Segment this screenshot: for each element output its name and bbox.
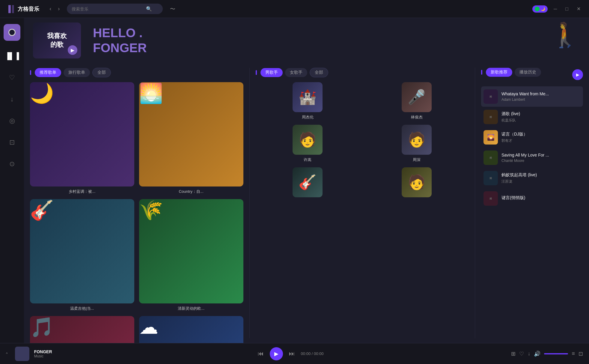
artist-item-1[interactable]: 🏰 周杰伦 xyxy=(256,82,360,120)
song-item-1[interactable]: 难 Whataya Want from Me... Adam Lambert xyxy=(481,86,583,107)
sidebar-icon-download[interactable]: ↓ xyxy=(8,93,16,106)
download-button[interactable]: ↓ xyxy=(528,351,530,357)
playlist-item-3[interactable]: 🎸 温柔吉他|当... xyxy=(30,199,134,311)
sidebar-icon-clock[interactable]: ⊙ xyxy=(7,158,17,170)
wave-icon[interactable]: 〜 xyxy=(170,5,175,13)
sidebar-icon-heart[interactable]: ♡ xyxy=(7,71,17,84)
search-input[interactable] xyxy=(72,7,144,11)
back-button[interactable]: ‹ xyxy=(47,4,54,13)
play-all-button[interactable]: ▶ xyxy=(572,69,583,80)
song-info-3: 诺言（DJ版） 郭有才 xyxy=(501,132,581,143)
playlist-thumb-1: 🌙 xyxy=(30,82,134,186)
theme-toggle[interactable]: 🌙 xyxy=(532,5,548,13)
window-controls: 🌙 ─ □ ✕ xyxy=(532,5,583,13)
artist-avatar-4: 🧑 xyxy=(402,125,432,155)
playlist-label-3: 温柔吉他|当... xyxy=(30,306,134,311)
artist-item-5[interactable]: 🎸 xyxy=(256,167,360,197)
tab-all-playlists[interactable]: 全部 xyxy=(92,68,111,77)
artist-name-1: 周杰伦 xyxy=(302,115,314,120)
song-artist-4: Chanté Moore xyxy=(501,159,581,163)
queue-button[interactable]: ≡ xyxy=(572,351,575,357)
song-artist-2: 杭盖乐队 xyxy=(501,118,581,123)
artist-item-2[interactable]: 🎤 林俊杰 xyxy=(364,82,469,120)
song-title-2: 酒歌 (live) xyxy=(501,111,581,117)
forward-button[interactable]: › xyxy=(55,4,62,13)
playlist-item-2[interactable]: 🌅 Country：自... xyxy=(139,82,243,194)
player-album-art xyxy=(15,347,29,361)
song-info-6: 谜言(悄悄版) xyxy=(501,195,581,202)
hero-banner: 我喜欢 的歌 ▶ HELLO . FONGER 🚶 xyxy=(24,18,589,63)
artist-avatar-2: 🎤 xyxy=(402,82,432,112)
playlist-item-4[interactable]: 🌾 清新灵动的欧... xyxy=(139,199,243,311)
maximize-button[interactable]: □ xyxy=(563,5,571,13)
volume-slider[interactable] xyxy=(544,353,568,354)
playlist-grid: 🌙 乡村蓝调：被... 🌅 Country：自... 🎸 xyxy=(30,82,243,343)
tab-indicator xyxy=(30,70,31,75)
tab-all-artists[interactable]: 全部 xyxy=(310,68,328,77)
song-item-5[interactable]: 难 蚂蚁筑起高塔 (live) 汪苏泷 xyxy=(481,168,583,188)
tab-history[interactable]: 播放历史 xyxy=(515,68,541,77)
tab-travel[interactable]: 旅行歌单 xyxy=(64,68,90,77)
player-expand[interactable]: ^ xyxy=(6,352,8,356)
artist-name-2: 林俊杰 xyxy=(411,115,423,120)
hero-hello: HELLO . FONGER xyxy=(87,19,580,62)
song-tab-bar: 新歌推荐 播放历史 xyxy=(481,68,541,77)
player-controls: ⏮ ▶ ⏭ 00:00 / 00:00 xyxy=(75,347,507,360)
song-thumb-2: 难 xyxy=(483,110,498,124)
playlist-tab-bar: 推荐歌单 旅行歌单 全部 xyxy=(30,68,243,77)
hero-card[interactable]: 我喜欢 的歌 ▶ xyxy=(33,22,81,58)
song-artist-5: 汪苏泷 xyxy=(501,179,581,184)
close-button[interactable]: ✕ xyxy=(574,5,583,13)
artist-item-6[interactable]: 🧑 xyxy=(364,167,469,197)
sidebar: ▐▌▐ ♡ ↓ ◎ ⊡ ⊙ xyxy=(0,18,24,343)
artist-grid: 🏰 周杰伦 🎤 林俊杰 🧑 许嵩 xyxy=(256,82,469,197)
tab-recommended[interactable]: 推荐歌单 xyxy=(35,68,61,77)
song-item-3[interactable]: 🌄 诺言（DJ版） 郭有才 xyxy=(481,127,583,148)
hero-play-button[interactable]: ▶ xyxy=(68,45,77,55)
song-item-6[interactable]: 难 谜言(悄悄版) xyxy=(481,188,583,209)
volume-button[interactable]: 🔊 xyxy=(534,351,540,357)
artist-item-3[interactable]: 🧑 许嵩 xyxy=(256,125,360,163)
player-info: FONGER Music xyxy=(34,349,70,358)
song-title-6: 谜言(悄悄版) xyxy=(501,195,581,201)
hero-hello-title: HELLO . FONGER xyxy=(93,25,574,56)
tab-new-songs[interactable]: 新歌推荐 xyxy=(486,68,512,77)
playlist-label-2: Country：自... xyxy=(139,189,243,194)
playlist-thumb-4: 🌾 xyxy=(139,199,243,303)
playlist-item-1[interactable]: 🌙 乡村蓝调：被... xyxy=(30,82,134,194)
song-thumb-6: 难 xyxy=(483,191,498,206)
song-info-1: Whataya Want from Me... Adam Lambert xyxy=(501,91,581,102)
song-thumb-5: 难 xyxy=(483,171,498,185)
tab-female-artists[interactable]: 女歌手 xyxy=(285,68,307,77)
lyrics-button[interactable]: ⊞ xyxy=(511,351,516,357)
app-logo: ▐║ 方格音乐 xyxy=(6,5,39,13)
next-button[interactable]: ⏭ xyxy=(289,350,295,357)
artist-avatar-3: 🧑 xyxy=(293,125,323,155)
logo-icon: ▐║ xyxy=(6,5,15,13)
sidebar-avatar[interactable] xyxy=(4,24,20,41)
tab-indicator-2 xyxy=(256,70,257,75)
search-icon[interactable]: 🔍 xyxy=(146,6,152,12)
tab-male-artists[interactable]: 男歌手 xyxy=(260,68,283,77)
like-button[interactable]: ♡ xyxy=(519,351,524,357)
search-bar: 🔍 xyxy=(67,4,163,14)
play-pause-button[interactable]: ▶ xyxy=(270,347,283,360)
song-info-4: Saving All My Love For ... Chanté Moore xyxy=(501,153,581,163)
time-display: 00:00 / 00:00 xyxy=(301,351,324,356)
song-item-2[interactable]: 难 酒歌 (live) 杭盖乐队 xyxy=(481,107,583,127)
artist-name-4: 周深 xyxy=(413,157,421,163)
minimize-button[interactable]: ─ xyxy=(551,5,559,13)
playlist-item-6[interactable]: ☁ xyxy=(139,316,243,343)
player-title: FONGER xyxy=(34,349,70,354)
artist-item-4[interactable]: 🧑 周深 xyxy=(364,125,469,163)
song-info-2: 酒歌 (live) 杭盖乐队 xyxy=(501,111,581,123)
sidebar-icon-disc[interactable]: ◎ xyxy=(7,115,17,127)
song-item-4[interactable]: 难 Saving All My Love For ... Chanté Moor… xyxy=(481,148,583,168)
song-title-1: Whataya Want from Me... xyxy=(501,91,581,96)
sidebar-icon-toggle[interactable]: ⊡ xyxy=(7,136,17,149)
sidebar-icon-equalizer[interactable]: ▐▌▐ xyxy=(3,50,22,62)
three-columns: 推荐歌单 旅行歌单 全部 🌙 乡村蓝调：被... 🌅 xyxy=(24,63,589,343)
prev-button[interactable]: ⏮ xyxy=(258,350,264,357)
playlist-item-5[interactable]: 🎵 xyxy=(30,316,134,343)
playlist-button[interactable]: ⊡ xyxy=(579,351,583,357)
